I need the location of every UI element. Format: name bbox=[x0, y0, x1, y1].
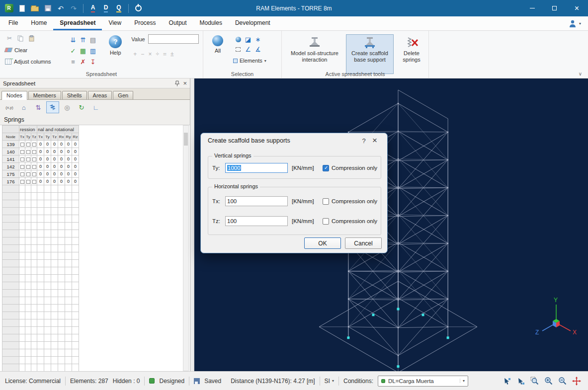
spring-value-cell[interactable] bbox=[58, 215, 65, 223]
empty-row[interactable] bbox=[2, 349, 79, 357]
spring-value-cell[interactable] bbox=[72, 215, 79, 223]
spring-value-cell[interactable] bbox=[51, 223, 58, 230]
spring-value-cell[interactable]: 0 bbox=[44, 156, 51, 163]
spring-value-cell[interactable] bbox=[44, 200, 51, 208]
axes-icon[interactable]: ∟ bbox=[89, 101, 102, 113]
tx-input[interactable]: 100 bbox=[225, 196, 288, 206]
clear-button[interactable]: Clear bbox=[5, 44, 62, 56]
units-dropdown[interactable]: SI ▾ bbox=[325, 378, 334, 385]
spring-value-cell[interactable] bbox=[65, 267, 72, 275]
spring-value-cell[interactable] bbox=[72, 297, 79, 305]
vertical-scrollbar[interactable] bbox=[183, 125, 189, 371]
empty-row[interactable] bbox=[2, 237, 79, 245]
compression-checkbox[interactable] bbox=[32, 150, 36, 154]
node-cell[interactable] bbox=[2, 305, 19, 312]
empty-row[interactable] bbox=[2, 245, 79, 252]
spring-value-cell[interactable] bbox=[65, 245, 72, 252]
help-button[interactable]: ? Help bbox=[105, 34, 125, 67]
spring-value-cell[interactable] bbox=[58, 357, 65, 364]
spring-value-cell[interactable] bbox=[44, 290, 51, 297]
spring-value-cell[interactable] bbox=[72, 200, 79, 208]
close-button[interactable]: × bbox=[566, 0, 588, 16]
spring-value-cell[interactable] bbox=[44, 282, 51, 290]
compression-checkbox[interactable] bbox=[32, 172, 36, 176]
empty-row[interactable] bbox=[2, 185, 79, 193]
spring-value-cell[interactable] bbox=[51, 215, 58, 223]
spring-value-cell[interactable]: 0 bbox=[72, 148, 79, 156]
select-angle2-icon[interactable]: ∡ bbox=[253, 44, 263, 54]
spring-value-cell[interactable] bbox=[44, 215, 51, 223]
annotation-icon-2[interactable]: D bbox=[100, 2, 112, 15]
spring-row-139[interactable]: 139000000 bbox=[2, 141, 79, 148]
insert-row-icon[interactable]: ▦ bbox=[78, 45, 88, 56]
delete-springs-button[interactable]: Delete springs bbox=[396, 34, 427, 74]
spring-value-cell[interactable] bbox=[44, 252, 51, 260]
spring-value-cell[interactable]: 0 bbox=[58, 170, 65, 178]
table-icon[interactable]: ▤ bbox=[88, 34, 98, 45]
select-star-icon[interactable]: ∗ bbox=[253, 34, 263, 44]
empty-row[interactable] bbox=[2, 282, 79, 290]
compression-checkbox[interactable] bbox=[20, 157, 24, 161]
spring-value-cell[interactable]: 0 bbox=[65, 141, 72, 148]
spring-value-cell[interactable]: 0 bbox=[37, 170, 44, 178]
tz-input[interactable]: 100 bbox=[225, 216, 288, 226]
spring-value-cell[interactable] bbox=[37, 215, 44, 223]
spring-value-cell[interactable] bbox=[58, 290, 65, 297]
spring-value-cell[interactable] bbox=[37, 305, 44, 312]
spring-value-cell[interactable] bbox=[51, 334, 58, 342]
compression-checkbox[interactable] bbox=[20, 172, 24, 176]
panel-tab-nodes[interactable]: Nodes bbox=[1, 91, 27, 100]
spring-value-cell[interactable] bbox=[51, 282, 58, 290]
ty-compression-checkbox[interactable] bbox=[323, 165, 329, 171]
select-sphere-icon[interactable] bbox=[233, 34, 243, 44]
spring-value-cell[interactable] bbox=[37, 230, 44, 237]
node-cell[interactable] bbox=[2, 327, 19, 334]
spring-value-cell[interactable] bbox=[37, 267, 44, 275]
spring-value-cell[interactable] bbox=[44, 312, 51, 319]
spring-value-cell[interactable]: 0 bbox=[65, 178, 72, 185]
compression-checkbox[interactable] bbox=[20, 150, 24, 154]
spring-value-cell[interactable]: 0 bbox=[72, 178, 79, 185]
spring-value-cell[interactable] bbox=[37, 252, 44, 260]
dialog-close-button[interactable]: × bbox=[369, 136, 380, 146]
node-cell[interactable] bbox=[2, 245, 19, 252]
open-file-icon[interactable] bbox=[29, 2, 41, 15]
spring-value-cell[interactable] bbox=[58, 364, 65, 372]
spring-value-cell[interactable] bbox=[58, 305, 65, 312]
spring-value-cell[interactable] bbox=[37, 185, 44, 193]
annotation-icon-3[interactable]: Q bbox=[113, 2, 125, 15]
adjust-columns-button[interactable]: Adjust columns bbox=[5, 56, 62, 67]
spring-value-cell[interactable] bbox=[44, 334, 51, 342]
spring-value-cell[interactable] bbox=[51, 245, 58, 252]
spring-value-cell[interactable] bbox=[58, 200, 65, 208]
spring-row-175[interactable]: 175000000 bbox=[2, 170, 79, 178]
spring-value-cell[interactable] bbox=[72, 260, 79, 267]
spring-value-cell[interactable] bbox=[44, 327, 51, 334]
paste-icon[interactable] bbox=[27, 34, 36, 42]
spring-value-cell[interactable] bbox=[37, 357, 44, 364]
menu-tab-development[interactable]: Development bbox=[229, 16, 277, 30]
compression-checkbox[interactable] bbox=[32, 165, 36, 169]
pin-icon[interactable] bbox=[174, 80, 180, 86]
spring-value-cell[interactable] bbox=[51, 275, 58, 282]
ty-input[interactable]: 1000 bbox=[225, 163, 288, 173]
node-cell[interactable] bbox=[2, 267, 19, 275]
spring-value-cell[interactable] bbox=[44, 193, 51, 200]
spring-value-cell[interactable]: 0 bbox=[37, 163, 44, 170]
spring-value-cell[interactable] bbox=[37, 327, 44, 334]
spring-value-cell[interactable]: 0 bbox=[65, 148, 72, 156]
empty-row[interactable] bbox=[2, 215, 79, 223]
node-cell[interactable] bbox=[2, 208, 19, 215]
copy-icon[interactable] bbox=[16, 34, 25, 42]
spring-value-cell[interactable] bbox=[51, 305, 58, 312]
equals-icon[interactable]: = bbox=[163, 51, 167, 58]
spring-value-cell[interactable]: 0 bbox=[65, 170, 72, 178]
redo-icon[interactable]: ↷ bbox=[68, 2, 80, 15]
empty-row[interactable] bbox=[2, 208, 79, 215]
node-cell[interactable] bbox=[2, 200, 19, 208]
spring-value-cell[interactable] bbox=[51, 230, 58, 237]
empty-row[interactable] bbox=[2, 297, 79, 305]
add-icon[interactable]: + bbox=[133, 51, 137, 58]
zoom-in-icon[interactable] bbox=[544, 376, 553, 386]
node-cell[interactable] bbox=[2, 312, 19, 319]
